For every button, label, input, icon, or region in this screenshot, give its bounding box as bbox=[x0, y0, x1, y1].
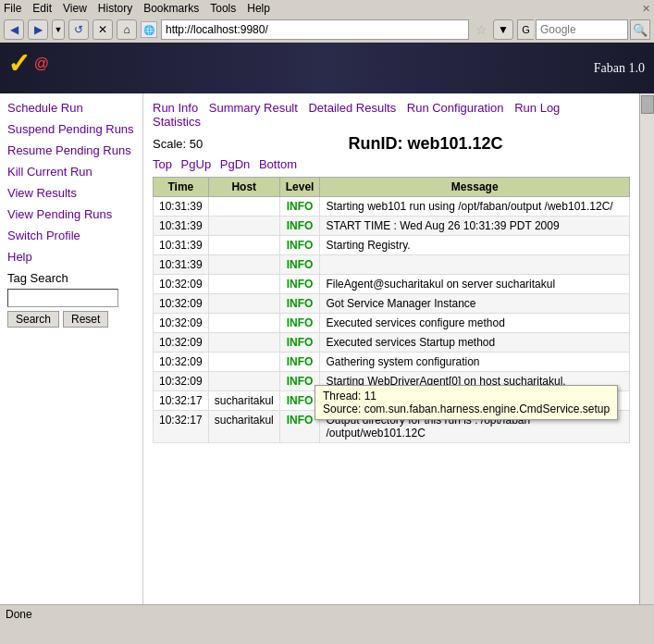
cell-time: 10:32:09 bbox=[154, 333, 209, 353]
table-row: 10:31:39 INFO START TIME : Wed Aug 26 10… bbox=[154, 217, 630, 236]
home-button[interactable]: ⌂ bbox=[117, 19, 137, 40]
cell-msg: Executed services Startup method bbox=[320, 333, 630, 353]
search-go-button[interactable]: 🔍 bbox=[630, 19, 650, 40]
cell-host bbox=[208, 197, 279, 217]
menu-view[interactable]: View bbox=[63, 2, 87, 15]
scale-info: Scale: 50 bbox=[153, 137, 203, 151]
run-log-link[interactable]: Run Log bbox=[514, 101, 560, 115]
cell-level: INFO bbox=[279, 275, 320, 294]
page-content: ✓ @ Faban 1.0 Schedule Run Suspend Pendi… bbox=[0, 43, 654, 604]
search-engine-icon[interactable]: G bbox=[517, 19, 534, 40]
bottom-link[interactable]: Bottom bbox=[259, 157, 297, 171]
cell-level: INFO bbox=[279, 353, 320, 372]
log-table-wrapper[interactable]: Time Host Level Message 10:31:39 INFO St… bbox=[153, 177, 630, 443]
col-time: Time bbox=[154, 178, 209, 197]
tag-search-buttons: Search Reset bbox=[7, 311, 135, 328]
refresh-button[interactable]: ↺ bbox=[68, 19, 89, 40]
tag-search-input[interactable] bbox=[7, 289, 118, 307]
top-link[interactable]: Top bbox=[153, 157, 172, 171]
address-dropdown[interactable]: ▼ bbox=[493, 19, 513, 40]
tooltip: Thread: 11 Source: com.sun.faban.harness… bbox=[315, 385, 618, 420]
cell-time: 10:32:09 bbox=[154, 314, 209, 333]
tooltip-line2: Source: com.sun.faban.harness.engine.Cmd… bbox=[323, 402, 610, 415]
cell-host bbox=[208, 236, 279, 255]
menu-edit[interactable]: Edit bbox=[32, 2, 52, 15]
cell-time: 10:32:09 bbox=[154, 275, 209, 294]
table-row: 10:32:09 INFO Got Service Manager Instan… bbox=[154, 294, 630, 314]
cell-host bbox=[208, 372, 279, 391]
col-host: Host bbox=[208, 178, 279, 197]
browser-window: File Edit View History Bookmarks Tools H… bbox=[0, 0, 654, 43]
menu-history[interactable]: History bbox=[98, 2, 132, 15]
cell-msg: START TIME : Wed Aug 26 10:31:39 PDT 200… bbox=[320, 217, 630, 236]
cell-time: 10:31:39 bbox=[154, 217, 209, 236]
address-input[interactable] bbox=[161, 19, 469, 40]
table-row: 10:31:39 INFO Starting Registry. bbox=[154, 236, 630, 255]
cell-level: INFO bbox=[279, 255, 320, 275]
stop-button[interactable]: ✕ bbox=[93, 19, 113, 40]
bookmark-star[interactable]: ☆ bbox=[473, 21, 489, 38]
status-bar: Done bbox=[0, 604, 654, 623]
cell-time: 10:31:39 bbox=[154, 197, 209, 217]
cell-time: 10:32:17 bbox=[154, 411, 209, 443]
run-header: Scale: 50 RunID: web101.12C bbox=[153, 134, 630, 154]
sidebar-item-schedule-run[interactable]: Schedule Run bbox=[7, 101, 135, 115]
cell-level: INFO bbox=[279, 333, 320, 353]
run-configuration-link[interactable]: Run Configuration bbox=[407, 101, 504, 115]
statistics-link[interactable]: Statistics bbox=[153, 115, 201, 129]
scrollbar-thumb[interactable] bbox=[641, 95, 654, 114]
menu-tools[interactable]: Tools bbox=[210, 2, 236, 15]
back-button[interactable]: ◀ bbox=[4, 19, 24, 40]
status-text: Done bbox=[6, 608, 32, 621]
cell-time: 10:31:39 bbox=[154, 255, 209, 275]
sidebar-item-kill-current-run[interactable]: Kill Current Run bbox=[7, 165, 135, 179]
sidebar-item-resume-pending-runs[interactable]: Resume Pending Runs bbox=[7, 143, 135, 157]
cell-level: INFO bbox=[279, 236, 320, 255]
nav-links: Run Info Summary Result Detailed Results… bbox=[153, 101, 630, 129]
sidebar-item-help[interactable]: Help bbox=[7, 250, 135, 264]
content-area: Run Info Summary Result Detailed Results… bbox=[143, 93, 639, 604]
cell-time: 10:32:09 bbox=[154, 372, 209, 391]
sidebar-item-view-results[interactable]: View Results bbox=[7, 186, 135, 200]
pgdn-link[interactable]: PgDn bbox=[220, 157, 251, 171]
cell-host bbox=[208, 353, 279, 372]
forward-dropdown[interactable]: ▼ bbox=[52, 19, 65, 40]
browser-search-input[interactable] bbox=[536, 19, 628, 40]
menu-file[interactable]: File bbox=[4, 2, 21, 15]
cell-host: sucharitakul bbox=[208, 391, 279, 411]
menu-bar: File Edit View History Bookmarks Tools H… bbox=[0, 0, 654, 17]
cell-host bbox=[208, 314, 279, 333]
search-button[interactable]: Search bbox=[7, 311, 59, 328]
pgup-link[interactable]: PgUp bbox=[181, 157, 212, 171]
logo-at: @ bbox=[34, 56, 49, 71]
cell-host bbox=[208, 333, 279, 353]
table-row: 10:31:39 INFO bbox=[154, 255, 630, 275]
run-info-link[interactable]: Run Info bbox=[153, 101, 198, 115]
table-row: 10:32:09 INFO Gathering system configura… bbox=[154, 353, 630, 372]
menu-bookmarks[interactable]: Bookmarks bbox=[143, 2, 199, 15]
scrollbar[interactable] bbox=[639, 93, 654, 604]
cell-msg: Starting web101 run using /opt/faban/out… bbox=[320, 197, 630, 217]
sidebar-item-suspend-pending-runs[interactable]: Suspend Pending Runs bbox=[7, 122, 135, 136]
cell-level: INFO bbox=[279, 197, 320, 217]
cell-msg: Starting Registry. bbox=[320, 236, 630, 255]
cell-level: INFO bbox=[279, 294, 320, 314]
search-bar: G 🔍 bbox=[517, 19, 650, 40]
address-bar: 🌐 ☆ ▼ bbox=[141, 19, 513, 40]
table-row: 10:32:09 INFO FileAgent@sucharitakul on … bbox=[154, 275, 630, 294]
logo-check: ✓ bbox=[7, 48, 31, 79]
cell-msg: FileAgent@sucharitakul on server suchari… bbox=[320, 275, 630, 294]
cell-time: 10:32:09 bbox=[154, 353, 209, 372]
cell-host bbox=[208, 255, 279, 275]
tooltip-line1: Thread: 11 bbox=[323, 390, 610, 402]
run-id: RunID: web101.12C bbox=[221, 134, 630, 154]
reset-button[interactable]: Reset bbox=[63, 311, 108, 328]
summary-result-link[interactable]: Summary Result bbox=[209, 101, 298, 115]
table-row: 10:32:09 INFO Executed services Startup … bbox=[154, 333, 630, 353]
menu-help[interactable]: Help bbox=[247, 2, 270, 15]
forward-button[interactable]: ▶ bbox=[28, 19, 48, 40]
detailed-results-link[interactable]: Detailed Results bbox=[308, 101, 396, 115]
sidebar-item-switch-profile[interactable]: Switch Profile bbox=[7, 229, 135, 242]
sidebar-item-view-pending-runs[interactable]: View Pending Runs bbox=[7, 207, 135, 221]
cell-host bbox=[208, 275, 279, 294]
